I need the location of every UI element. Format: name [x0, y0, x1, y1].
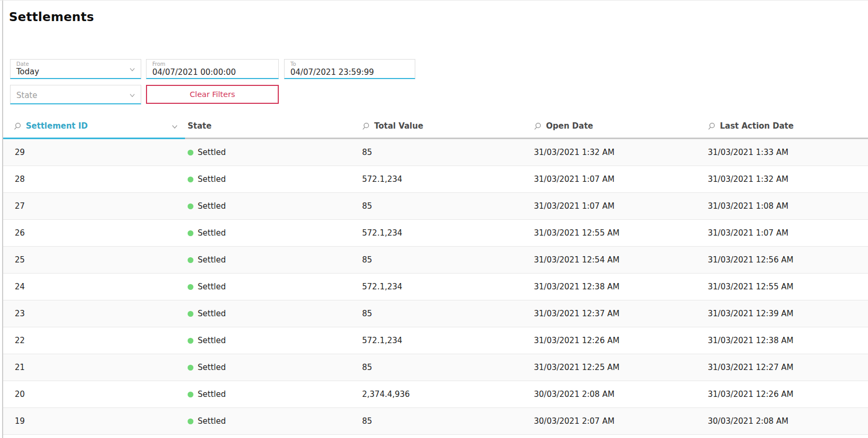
- state-label: Settled: [198, 416, 226, 426]
- search-icon[interactable]: [362, 122, 370, 130]
- table-row[interactable]: 27 Settled 85 31/03/2021 1:07 AM 31/03/2…: [3, 193, 868, 220]
- search-icon[interactable]: [534, 122, 542, 130]
- column-header-total-value[interactable]: Total Value: [359, 114, 531, 139]
- cell-state: Settled: [185, 381, 359, 407]
- search-icon[interactable]: [14, 122, 22, 130]
- status-dot-icon: [188, 203, 193, 209]
- cell-state: Settled: [185, 354, 359, 381]
- cell-total-value: 85: [359, 300, 531, 327]
- from-datetime-field[interactable]: From: [146, 59, 279, 79]
- from-field-label: From: [152, 61, 273, 67]
- status-dot-icon: [188, 365, 193, 371]
- cell-state: Settled: [185, 408, 359, 434]
- cell-open-date: 31/03/2021 12:26 AM: [531, 327, 705, 354]
- cell-last-action-date: 31/03/2021 12:55 AM: [705, 274, 868, 300]
- cell-open-date: 30/03/2021 2:07 AM: [531, 408, 705, 434]
- cell-last-action-date: 31/03/2021 12:38 AM: [705, 327, 868, 354]
- cell-last-action-date: 31/03/2021 12:26 AM: [705, 381, 868, 407]
- cell-state: Settled: [185, 139, 359, 166]
- cell-total-value: 572.1,234: [359, 327, 531, 354]
- state-label: Settled: [198, 201, 226, 211]
- cell-last-action-date: 31/03/2021 12:27 AM: [705, 354, 868, 381]
- table-row[interactable]: 24 Settled 572.1,234 31/03/2021 12:38 AM…: [3, 274, 868, 300]
- table-row[interactable]: 28 Settled 572.1,234 31/03/2021 1:07 AM …: [3, 166, 868, 193]
- cell-settlement-id: 24: [3, 274, 185, 300]
- cell-last-action-date: 31/03/2021 1:07 AM: [705, 220, 868, 246]
- column-header-settlement-id[interactable]: Settlement ID: [3, 114, 185, 139]
- table-row[interactable]: 22 Settled 572.1,234 31/03/2021 12:26 AM…: [3, 327, 868, 354]
- cell-open-date: 31/03/2021 12:38 AM: [531, 274, 705, 300]
- status-dot-icon: [188, 338, 193, 344]
- date-filter-value: Today: [16, 67, 135, 77]
- cell-settlement-id: 21: [3, 354, 185, 381]
- to-datetime-input[interactable]: [290, 67, 409, 77]
- state-filter-select[interactable]: State: [10, 85, 141, 104]
- cell-total-value: 572.1,234: [359, 274, 531, 300]
- cell-total-value: 85: [359, 354, 531, 381]
- chevron-down-icon: [129, 66, 136, 73]
- state-label: Settled: [198, 390, 226, 399]
- table-row[interactable]: 23 Settled 85 31/03/2021 12:37 AM 31/03/…: [3, 300, 868, 327]
- column-header-open-date[interactable]: Open Date: [531, 114, 705, 139]
- from-datetime-input[interactable]: [152, 67, 273, 77]
- column-header-state[interactable]: State: [185, 114, 359, 139]
- state-label: Settled: [198, 336, 226, 345]
- column-label: Open Date: [546, 121, 593, 131]
- column-label: Last Action Date: [720, 121, 794, 131]
- cell-open-date: 31/03/2021 1:07 AM: [531, 166, 705, 192]
- cell-state: Settled: [185, 247, 359, 273]
- cell-settlement-id: 29: [3, 139, 185, 166]
- page-title: Settlements: [9, 10, 94, 24]
- cell-open-date: 30/03/2021 2:08 AM: [531, 381, 705, 407]
- cell-last-action-date: 30/03/2021 2:08 AM: [705, 408, 868, 434]
- table-row[interactable]: 26 Settled 572.1,234 31/03/2021 12:55 AM…: [3, 220, 868, 247]
- status-dot-icon: [188, 284, 193, 290]
- cell-state: Settled: [185, 327, 359, 354]
- column-header-last-action-date[interactable]: Last Action Date: [705, 114, 868, 139]
- table-body: 29 Settled 85 31/03/2021 1:32 AM 31/03/2…: [3, 139, 868, 435]
- cell-open-date: 31/03/2021 1:32 AM: [531, 139, 705, 166]
- table-row[interactable]: 19 Settled 85 30/03/2021 2:07 AM 30/03/2…: [3, 408, 868, 435]
- cell-open-date: 31/03/2021 12:55 AM: [531, 220, 705, 246]
- table-row[interactable]: 20 Settled 2,374.4,936 30/03/2021 2:08 A…: [3, 381, 868, 408]
- state-label: Settled: [198, 228, 226, 238]
- table-row[interactable]: 29 Settled 85 31/03/2021 1:32 AM 31/03/2…: [3, 139, 868, 166]
- to-datetime-field[interactable]: To: [284, 59, 415, 79]
- status-dot-icon: [188, 150, 193, 155]
- cell-settlement-id: 20: [3, 381, 185, 407]
- status-dot-icon: [188, 392, 193, 397]
- cell-total-value: 572.1,234: [359, 220, 531, 246]
- cell-settlement-id: 25: [3, 247, 185, 273]
- cell-settlement-id: 23: [3, 300, 185, 327]
- status-dot-icon: [188, 177, 193, 182]
- cell-state: Settled: [185, 300, 359, 327]
- table-row[interactable]: 25 Settled 85 31/03/2021 12:54 AM 31/03/…: [3, 247, 868, 274]
- cell-total-value: 85: [359, 139, 531, 166]
- column-label: Total Value: [374, 121, 423, 131]
- status-dot-icon: [188, 257, 193, 263]
- table-row[interactable]: 21 Settled 85 31/03/2021 12:25 AM 31/03/…: [3, 354, 868, 381]
- date-filter-select[interactable]: Date Today: [10, 59, 141, 79]
- date-filter-label: Date: [16, 61, 135, 67]
- cell-settlement-id: 19: [3, 408, 185, 434]
- state-label: Settled: [198, 255, 226, 265]
- search-icon[interactable]: [708, 122, 716, 130]
- cell-total-value: 2,374.4,936: [359, 381, 531, 407]
- cell-settlement-id: 28: [3, 166, 185, 192]
- cell-settlement-id: 22: [3, 327, 185, 354]
- cell-total-value: 85: [359, 408, 531, 434]
- state-label: Settled: [198, 363, 226, 372]
- cell-last-action-date: 31/03/2021 1:08 AM: [705, 193, 868, 219]
- state-label: Settled: [198, 282, 226, 291]
- cell-state: Settled: [185, 274, 359, 300]
- state-filter-placeholder: State: [16, 87, 135, 104]
- status-dot-icon: [188, 418, 193, 424]
- chevron-down-icon: [129, 92, 136, 99]
- cell-settlement-id: 26: [3, 220, 185, 246]
- column-label: State: [188, 121, 211, 131]
- clear-filters-button[interactable]: Clear Filters: [146, 85, 279, 104]
- cell-open-date: 31/03/2021 12:25 AM: [531, 354, 705, 381]
- chevron-down-icon[interactable]: [171, 123, 179, 131]
- cell-open-date: 31/03/2021 1:07 AM: [531, 193, 705, 219]
- state-label: Settled: [198, 309, 226, 318]
